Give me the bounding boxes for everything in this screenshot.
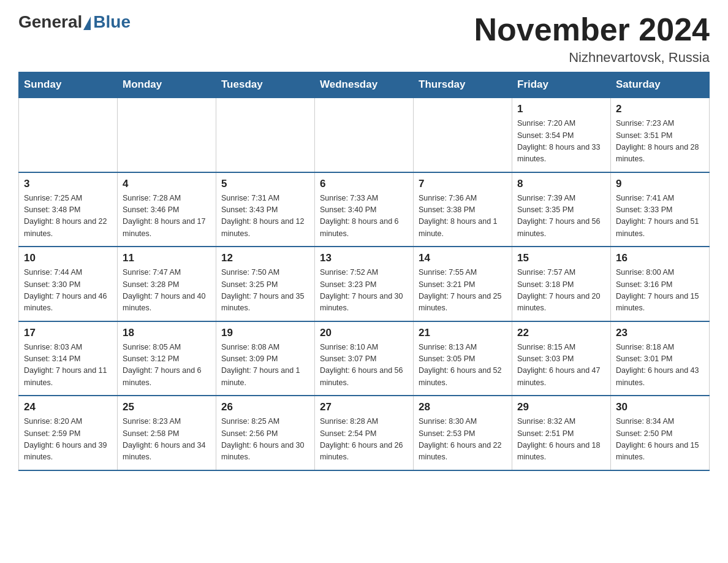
calendar-cell: 25Sunrise: 8:23 AMSunset: 2:58 PMDayligh…: [118, 396, 216, 470]
day-number: 22: [517, 327, 605, 339]
calendar-cell: 29Sunrise: 8:32 AMSunset: 2:51 PMDayligh…: [512, 396, 611, 470]
day-number: 28: [419, 401, 507, 413]
day-number: 13: [320, 252, 408, 264]
day-info: Sunrise: 8:34 AMSunset: 2:50 PMDaylight:…: [616, 416, 704, 464]
calendar-week-row: 3Sunrise: 7:25 AMSunset: 3:48 PMDaylight…: [19, 172, 710, 247]
day-info: Sunrise: 7:25 AMSunset: 3:48 PMDaylight:…: [24, 193, 112, 240]
day-number: 23: [616, 327, 704, 339]
logo: General Blue: [18, 12, 131, 32]
calendar-cell: 22Sunrise: 8:15 AMSunset: 3:03 PMDayligh…: [512, 321, 611, 396]
day-number: 21: [419, 327, 507, 339]
day-number: 20: [320, 327, 408, 339]
title-section: November 2024 Nizhnevartovsk, Russia: [474, 12, 710, 66]
weekday-header-saturday: Saturday: [611, 72, 710, 98]
day-info: Sunrise: 7:36 AMSunset: 3:38 PMDaylight:…: [419, 193, 507, 240]
day-number: 10: [24, 252, 112, 264]
day-info: Sunrise: 8:08 AMSunset: 3:09 PMDaylight:…: [221, 342, 309, 389]
calendar-cell: 23Sunrise: 8:18 AMSunset: 3:01 PMDayligh…: [611, 321, 710, 396]
calendar-cell: [315, 98, 414, 172]
day-info: Sunrise: 7:20 AMSunset: 3:54 PMDaylight:…: [517, 118, 605, 166]
calendar-cell: 10Sunrise: 7:44 AMSunset: 3:30 PMDayligh…: [19, 247, 118, 321]
day-number: 18: [123, 327, 211, 339]
day-number: 9: [616, 178, 704, 190]
calendar-cell: 28Sunrise: 8:30 AMSunset: 2:53 PMDayligh…: [414, 396, 512, 470]
day-info: Sunrise: 8:00 AMSunset: 3:16 PMDaylight:…: [616, 267, 704, 315]
calendar-cell: 18Sunrise: 8:05 AMSunset: 3:12 PMDayligh…: [118, 321, 216, 396]
day-info: Sunrise: 8:13 AMSunset: 3:05 PMDaylight:…: [419, 342, 507, 389]
day-number: 30: [616, 401, 704, 413]
calendar-header-row: SundayMondayTuesdayWednesdayThursdayFrid…: [19, 72, 710, 98]
calendar-cell: 20Sunrise: 8:10 AMSunset: 3:07 PMDayligh…: [315, 321, 414, 396]
calendar-cell: 14Sunrise: 7:55 AMSunset: 3:21 PMDayligh…: [414, 247, 512, 321]
day-info: Sunrise: 7:47 AMSunset: 3:28 PMDaylight:…: [123, 267, 211, 315]
calendar-cell: [216, 98, 315, 172]
day-info: Sunrise: 7:33 AMSunset: 3:40 PMDaylight:…: [320, 193, 408, 240]
calendar-cell: 5Sunrise: 7:31 AMSunset: 3:43 PMDaylight…: [216, 172, 315, 247]
calendar-cell: 7Sunrise: 7:36 AMSunset: 3:38 PMDaylight…: [414, 172, 512, 247]
calendar-cell: 8Sunrise: 7:39 AMSunset: 3:35 PMDaylight…: [512, 172, 611, 247]
day-info: Sunrise: 8:25 AMSunset: 2:56 PMDaylight:…: [221, 416, 309, 464]
day-info: Sunrise: 8:15 AMSunset: 3:03 PMDaylight:…: [517, 342, 605, 389]
calendar-week-row: 10Sunrise: 7:44 AMSunset: 3:30 PMDayligh…: [19, 247, 710, 321]
day-number: 8: [517, 178, 605, 190]
day-info: Sunrise: 7:23 AMSunset: 3:51 PMDaylight:…: [616, 118, 704, 166]
day-number: 6: [320, 178, 408, 190]
day-info: Sunrise: 7:57 AMSunset: 3:18 PMDaylight:…: [517, 267, 605, 315]
weekday-header-monday: Monday: [118, 72, 216, 98]
day-number: 15: [517, 252, 605, 264]
day-number: 17: [24, 327, 112, 339]
calendar-cell: 9Sunrise: 7:41 AMSunset: 3:33 PMDaylight…: [611, 172, 710, 247]
logo-triangle-icon: [83, 17, 91, 30]
calendar-cell: 15Sunrise: 7:57 AMSunset: 3:18 PMDayligh…: [512, 247, 611, 321]
calendar-cell: 21Sunrise: 8:13 AMSunset: 3:05 PMDayligh…: [414, 321, 512, 396]
page-header: General Blue November 2024 Nizhnevartovs…: [18, 12, 710, 66]
calendar-cell: 16Sunrise: 8:00 AMSunset: 3:16 PMDayligh…: [611, 247, 710, 321]
calendar-cell: 3Sunrise: 7:25 AMSunset: 3:48 PMDaylight…: [19, 172, 118, 247]
weekday-header-wednesday: Wednesday: [315, 72, 414, 98]
day-number: 1: [517, 103, 605, 115]
day-number: 26: [221, 401, 309, 413]
weekday-header-thursday: Thursday: [414, 72, 512, 98]
day-info: Sunrise: 8:28 AMSunset: 2:54 PMDaylight:…: [320, 416, 408, 464]
calendar-cell: 4Sunrise: 7:28 AMSunset: 3:46 PMDaylight…: [118, 172, 216, 247]
day-info: Sunrise: 8:05 AMSunset: 3:12 PMDaylight:…: [123, 342, 211, 389]
weekday-header-tuesday: Tuesday: [216, 72, 315, 98]
day-info: Sunrise: 8:20 AMSunset: 2:59 PMDaylight:…: [24, 416, 112, 464]
day-number: 11: [123, 252, 211, 264]
calendar-cell: [118, 98, 216, 172]
calendar-cell: 13Sunrise: 7:52 AMSunset: 3:23 PMDayligh…: [315, 247, 414, 321]
location-title: Nizhnevartovsk, Russia: [474, 50, 710, 66]
month-title: November 2024: [474, 12, 710, 47]
day-info: Sunrise: 8:30 AMSunset: 2:53 PMDaylight:…: [419, 416, 507, 464]
calendar-week-row: 17Sunrise: 8:03 AMSunset: 3:14 PMDayligh…: [19, 321, 710, 396]
day-number: 2: [616, 103, 704, 115]
calendar-cell: 26Sunrise: 8:25 AMSunset: 2:56 PMDayligh…: [216, 396, 315, 470]
day-number: 27: [320, 401, 408, 413]
day-number: 16: [616, 252, 704, 264]
day-number: 5: [221, 178, 309, 190]
day-info: Sunrise: 8:18 AMSunset: 3:01 PMDaylight:…: [616, 342, 704, 389]
day-info: Sunrise: 7:52 AMSunset: 3:23 PMDaylight:…: [320, 267, 408, 315]
calendar-cell: 27Sunrise: 8:28 AMSunset: 2:54 PMDayligh…: [315, 396, 414, 470]
day-number: 4: [123, 178, 211, 190]
day-number: 3: [24, 178, 112, 190]
day-info: Sunrise: 7:50 AMSunset: 3:25 PMDaylight:…: [221, 267, 309, 315]
day-number: 12: [221, 252, 309, 264]
day-number: 14: [419, 252, 507, 264]
day-info: Sunrise: 7:28 AMSunset: 3:46 PMDaylight:…: [123, 193, 211, 240]
day-info: Sunrise: 7:31 AMSunset: 3:43 PMDaylight:…: [221, 193, 309, 240]
calendar-cell: 24Sunrise: 8:20 AMSunset: 2:59 PMDayligh…: [19, 396, 118, 470]
calendar-cell: [19, 98, 118, 172]
logo-general-text: General: [18, 12, 82, 32]
day-info: Sunrise: 8:23 AMSunset: 2:58 PMDaylight:…: [123, 416, 211, 464]
calendar-cell: 30Sunrise: 8:34 AMSunset: 2:50 PMDayligh…: [611, 396, 710, 470]
weekday-header-friday: Friday: [512, 72, 611, 98]
day-number: 29: [517, 401, 605, 413]
calendar-cell: [414, 98, 512, 172]
day-number: 19: [221, 327, 309, 339]
calendar-cell: 1Sunrise: 7:20 AMSunset: 3:54 PMDaylight…: [512, 98, 611, 172]
day-info: Sunrise: 7:44 AMSunset: 3:30 PMDaylight:…: [24, 267, 112, 315]
day-info: Sunrise: 8:03 AMSunset: 3:14 PMDaylight:…: [24, 342, 112, 389]
calendar-table: SundayMondayTuesdayWednesdayThursdayFrid…: [18, 72, 710, 471]
day-number: 25: [123, 401, 211, 413]
